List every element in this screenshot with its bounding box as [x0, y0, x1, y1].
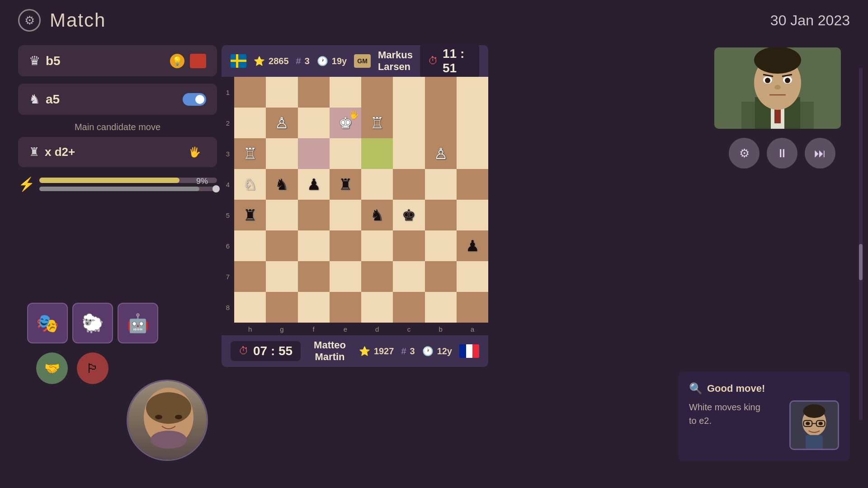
cell-h5[interactable]: ♜: [234, 200, 266, 230]
toggle-2[interactable]: [183, 93, 206, 106]
cell-a6[interactable]: ♟: [457, 230, 488, 261]
cell-c2[interactable]: [393, 108, 425, 138]
chess-grid: ♙ ♚🖐 ♖ ♖ ♙ ♘ ♞: [234, 77, 488, 335]
cell-b8[interactable]: [425, 292, 457, 323]
cell-d7[interactable]: [361, 261, 393, 292]
cell-d4[interactable]: [361, 169, 393, 200]
cell-c3[interactable]: [393, 138, 425, 169]
flag-button[interactable]: 🏳: [77, 352, 108, 384]
progress-area: ⚡ 9%: [18, 176, 217, 192]
cell-h7[interactable]: [234, 261, 266, 292]
cell-d2[interactable]: ♖: [361, 108, 393, 138]
cell-a8[interactable]: [457, 292, 488, 323]
cell-a5[interactable]: [457, 200, 488, 230]
cell-b5[interactable]: [425, 200, 457, 230]
cell-c6[interactable]: [393, 230, 425, 261]
cell-e3[interactable]: [330, 138, 361, 169]
cell-g4[interactable]: ♞: [266, 169, 297, 200]
cell-d5[interactable]: ♞: [361, 200, 393, 230]
age-top: 19y: [332, 56, 347, 66]
rank-icon-bottom: #: [401, 346, 406, 357]
cell-e7[interactable]: [330, 261, 361, 292]
file-f: f: [298, 323, 330, 335]
cell-a2[interactable]: [457, 108, 488, 138]
header: ⚙ Match 30 Jan 2023: [0, 0, 868, 41]
cell-g2[interactable]: ♙: [266, 108, 297, 138]
cell-f6[interactable]: [298, 230, 330, 261]
pause-button[interactable]: ⏸: [767, 138, 797, 169]
cell-a7[interactable]: [457, 261, 488, 292]
file-d: d: [361, 323, 393, 335]
skip-button[interactable]: ⏭: [805, 138, 835, 169]
scrollbar-thumb[interactable]: [859, 244, 863, 280]
cell-g5[interactable]: [266, 200, 297, 230]
cell-f8[interactable]: [298, 292, 330, 323]
rank-top: 3: [305, 56, 310, 66]
analyst-avatar: [789, 400, 839, 450]
cell-c7[interactable]: [393, 261, 425, 292]
cell-e4[interactable]: ♜: [330, 169, 361, 200]
cell-c5[interactable]: ♚: [393, 200, 425, 230]
bottom-timer: ⏱ 07 : 55: [231, 341, 301, 361]
cell-e2[interactable]: ♚🖐: [330, 108, 361, 138]
board-row-1: [234, 77, 488, 108]
cell-d6[interactable]: [361, 230, 393, 261]
cell-g8[interactable]: [266, 292, 297, 323]
cell-e8[interactable]: [330, 292, 361, 323]
cell-b3[interactable]: ♙: [425, 138, 457, 169]
cell-h8[interactable]: [234, 292, 266, 323]
cell-e6[interactable]: [330, 230, 361, 261]
avatar-card-3[interactable]: 🤖: [118, 303, 158, 343]
avatar-card-2-inner: 🐑: [73, 304, 112, 343]
action-buttons: 🤝 🏳: [36, 352, 108, 384]
cell-b6[interactable]: [425, 230, 457, 261]
progress-fill-1: [39, 178, 179, 183]
cell-g7[interactable]: [266, 261, 297, 292]
progress-fill-2: [39, 187, 199, 191]
cell-b1[interactable]: [425, 77, 457, 108]
flag-france: [459, 344, 479, 358]
cell-g6[interactable]: [266, 230, 297, 261]
avatar-card-1[interactable]: 🎭: [27, 303, 68, 343]
cell-f3[interactable]: [298, 138, 330, 169]
handshake-button[interactable]: 🤝: [36, 352, 68, 384]
scrollbar[interactable]: [859, 68, 863, 420]
cell-f1[interactable]: [298, 77, 330, 108]
cell-h1[interactable]: [234, 77, 266, 108]
cell-e5[interactable]: [330, 200, 361, 230]
cell-b4[interactable]: [425, 169, 457, 200]
cell-g1[interactable]: [266, 77, 297, 108]
cell-a4[interactable]: [457, 169, 488, 200]
cell-c1[interactable]: [393, 77, 425, 108]
cell-a1[interactable]: [457, 77, 488, 108]
progress-knob[interactable]: [212, 185, 220, 192]
file-a: a: [457, 323, 488, 335]
cell-d8[interactable]: [361, 292, 393, 323]
cell-c8[interactable]: [393, 292, 425, 323]
cell-f7[interactable]: [298, 261, 330, 292]
settings-button[interactable]: ⚙: [729, 138, 760, 169]
cell-h6[interactable]: [234, 230, 266, 261]
cell-h4[interactable]: ♘: [234, 169, 266, 200]
cell-h2[interactable]: [234, 108, 266, 138]
cell-h3[interactable]: ♖: [234, 138, 266, 169]
settings-icon[interactable]: ⚙: [18, 9, 41, 32]
cell-f4[interactable]: ♟: [298, 169, 330, 200]
cell-d3[interactable]: [361, 138, 393, 169]
piece-icon-knight: ♞: [29, 92, 40, 107]
top-timer: ⏱ 11 : 51: [420, 44, 479, 78]
cell-d1[interactable]: [361, 77, 393, 108]
hint-icon-1[interactable]: 💡: [170, 54, 184, 68]
cell-b2[interactable]: [425, 108, 457, 138]
page-title: Match: [50, 9, 106, 31]
candidate-notation: x d2+: [45, 145, 183, 159]
avatar-card-2[interactable]: 🐑: [72, 303, 113, 343]
cell-g3[interactable]: [266, 138, 297, 169]
cell-e1[interactable]: [330, 77, 361, 108]
analysis-content: White moves kingto e2.: [689, 400, 839, 450]
cell-f2[interactable]: [298, 108, 330, 138]
cell-b7[interactable]: [425, 261, 457, 292]
cell-a3[interactable]: [457, 138, 488, 169]
cell-c4[interactable]: [393, 169, 425, 200]
cell-f5[interactable]: [298, 200, 330, 230]
